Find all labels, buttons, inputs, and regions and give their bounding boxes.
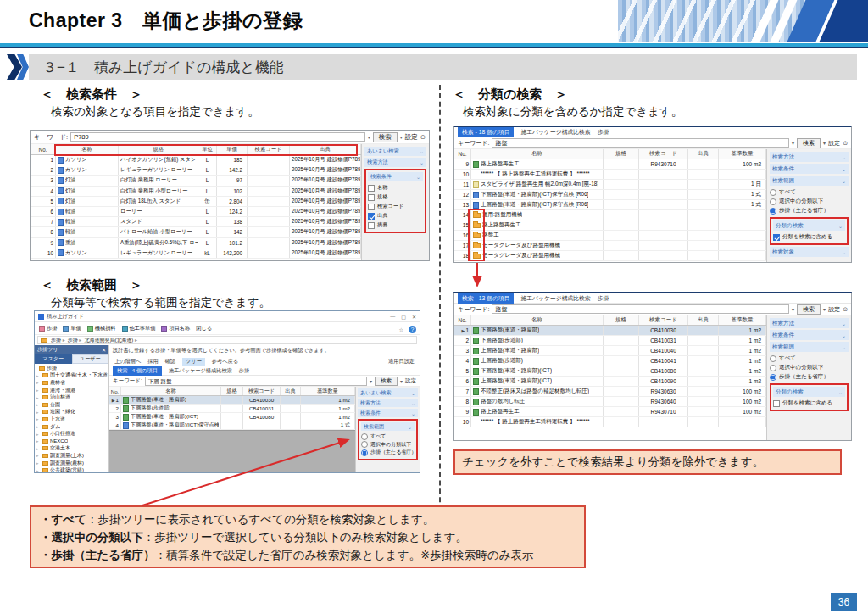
- table-row[interactable]: 18 モータグレーダ及び路盤用機械: [454, 251, 766, 261]
- checkbox[interactable]: [773, 400, 780, 407]
- search-button[interactable]: 検索: [375, 377, 398, 386]
- radio-button[interactable]: [361, 449, 368, 456]
- radio-item[interactable]: すべて: [361, 433, 415, 441]
- table-row[interactable]: 17 モータグレーダ及び路盤用機械: [454, 241, 766, 251]
- search-method-header[interactable]: 検索方法: [358, 399, 418, 407]
- tab[interactable]: 歩掛: [239, 367, 249, 375]
- breadcrumb-item[interactable]: 歩掛: [51, 337, 65, 344]
- breadcrumb-item[interactable]: 北海道開発局(北海道): [84, 337, 137, 344]
- settings-collapse-icon[interactable]: ⊙: [843, 140, 848, 147]
- tree-item[interactable]: 空港土木: [36, 445, 108, 453]
- table-row[interactable]: 10 ****** 【 路上路盤再生工賃料運転費 】 ******: [454, 170, 766, 180]
- radio-button[interactable]: [361, 433, 368, 440]
- table-row[interactable]: 8 軽油 パトロール給油 小型ローリー L 142 2025年10月号 建設物価…: [31, 227, 361, 237]
- checkbox[interactable]: [368, 185, 375, 192]
- column-header[interactable]: 単価: [217, 144, 248, 154]
- action-button[interactable]: ツリー: [182, 358, 205, 366]
- checkbox-item[interactable]: 名称: [368, 183, 423, 193]
- tree-item[interactable]: 上水道: [36, 416, 108, 423]
- toolbar-button[interactable]: 機械損料: [87, 325, 116, 332]
- table-row[interactable]: 4 灯油 白灯油 業務用 小型ローリー L 102 2025年10月号 建設物価…: [31, 187, 361, 197]
- table-row[interactable]: 14 運用:路盤用機械: [454, 210, 766, 220]
- toolbar-button[interactable]: 歩掛: [39, 325, 57, 332]
- column-header[interactable]: 出典: [281, 387, 301, 395]
- toolbar-button[interactable]: 閉じる: [196, 325, 212, 332]
- tab[interactable]: 歩掛: [598, 294, 609, 303]
- settings-button[interactable]: 設定: [828, 139, 840, 148]
- class-checkbox-item[interactable]: 分類を検索に含める: [773, 232, 845, 242]
- tab[interactable]: 施工パッケージ構成比検索: [520, 294, 590, 303]
- keyword-input[interactable]: 路盤: [492, 138, 789, 148]
- tab[interactable]: 施工パッケージ構成比検索: [169, 367, 232, 375]
- checkbox[interactable]: [368, 222, 375, 229]
- table-row[interactable]: 16 路盤工: [454, 231, 766, 241]
- table-row[interactable]: 6 上層路盤(車道・路肩部)(ICT) CB410090 1 m2: [454, 377, 766, 387]
- checkbox-item[interactable]: 検索コード: [368, 202, 423, 211]
- keyword-input[interactable]: 路盤: [492, 304, 789, 314]
- radio-item[interactable]: 選択中の分類以下: [770, 363, 849, 372]
- settings-collapse-icon[interactable]: ⊙: [420, 133, 426, 141]
- column-header[interactable]: 検索コード: [639, 315, 688, 325]
- column-header[interactable]: 検索コード: [243, 387, 281, 395]
- settings-button[interactable]: 設定: [405, 377, 416, 385]
- column-header[interactable]: 規格: [221, 387, 243, 395]
- tree-item[interactable]: 公共建築(営繕): [36, 466, 108, 472]
- toolbar-button[interactable]: 単価: [63, 325, 81, 332]
- table-row[interactable]: 2 下層路盤(歩道部) CB410031 1 m2: [109, 405, 355, 413]
- radio-button[interactable]: [770, 208, 776, 215]
- search-scope-header[interactable]: 検索範囲: [770, 176, 849, 186]
- tree-tab[interactable]: ユーザー: [72, 354, 109, 364]
- breadcrumb-item[interactable]: 歩掛: [68, 337, 82, 344]
- table-row[interactable]: 1 下層路盤(車道・路肩部) CB410030 1 m2: [109, 396, 355, 405]
- search-button[interactable]: 検索: [797, 304, 821, 315]
- table-row[interactable]: 9 路上路盤再生工 R9430710 100 m2: [454, 407, 766, 417]
- table-row[interactable]: 15 路上路盤再生工: [454, 220, 766, 231]
- tree-item[interactable]: 小口径推進: [36, 430, 108, 438]
- table-row[interactable]: 4 下層路盤(車道・路肩部)(ICT)保守点検 [R06] 1 式: [109, 421, 355, 430]
- search-scope-header[interactable]: 検索範囲: [361, 422, 415, 431]
- column-header[interactable]: 出典: [688, 149, 719, 159]
- tab[interactable]: 検索 - 18 個の項目: [458, 127, 514, 137]
- toolbar-button[interactable]: 他工事単価: [122, 325, 156, 332]
- action-button[interactable]: 参考へ戻る: [212, 358, 238, 366]
- tree-item[interactable]: 調査測量(土木): [36, 452, 108, 460]
- radio-button[interactable]: [770, 374, 776, 381]
- table-row[interactable]: 9 路上路盤再生工 R9430710 100 m2: [454, 159, 766, 170]
- keyword-input[interactable]: P789: [70, 132, 365, 142]
- radio-button[interactable]: [770, 355, 776, 362]
- column-header[interactable]: No.: [109, 387, 121, 395]
- column-header[interactable]: 検索コード: [248, 144, 290, 154]
- tab[interactable]: 検索 - 4 個の項目: [113, 366, 162, 376]
- search-scope-header[interactable]: 検索範囲: [770, 342, 849, 352]
- keyword-dropdown-icon[interactable]: ▾: [792, 306, 794, 312]
- checkbox-item[interactable]: 規格: [368, 193, 423, 202]
- action-button[interactable]: 採用: [147, 358, 158, 366]
- column-header[interactable]: 基準数量: [719, 149, 766, 159]
- column-header[interactable]: 名称: [471, 149, 604, 159]
- tree-item[interactable]: 公園: [36, 401, 108, 409]
- help-icon[interactable]: ?: [409, 326, 416, 333]
- column-header[interactable]: 検索コード: [639, 149, 688, 159]
- radio-item[interactable]: すべて: [770, 187, 849, 197]
- checkbox[interactable]: [368, 213, 375, 220]
- minimize-icon[interactable]: —: [390, 314, 395, 320]
- table-row[interactable]: 11 スタビライザ 路盤再生用 幅2.0m深0.4m [廃-18] 1 日: [454, 180, 766, 190]
- table-row[interactable]: 9 重油 A重油(陸上)硫黄分0.5%以下 ロー L 101.2 2025年10…: [31, 238, 361, 248]
- tree-item[interactable]: 造園・緑化: [36, 409, 108, 416]
- search-condition-header[interactable]: 検索条件: [358, 409, 418, 417]
- search-button[interactable]: 検索: [373, 132, 398, 142]
- column-header[interactable]: 規格: [604, 149, 639, 159]
- radio-button[interactable]: [770, 198, 776, 205]
- tree-item[interactable]: 調査測量(農林): [36, 460, 108, 467]
- settings-button[interactable]: 設定: [828, 305, 840, 314]
- table-row[interactable]: 7 軽油 スタンド L 138 2025年10月号 建設物価P789(札幌: [31, 217, 361, 227]
- tab[interactable]: 施工パッケージ構成比検索: [520, 128, 590, 137]
- column-header[interactable]: 名称: [121, 387, 221, 395]
- class-search-header[interactable]: 分類の検索: [773, 220, 845, 231]
- action-button[interactable]: 確認: [165, 358, 175, 366]
- radio-button[interactable]: [361, 441, 368, 448]
- table-row[interactable]: 6 軽油 ローリー L 124.2 2025年10月号 建設物価P789(札幌: [31, 207, 361, 217]
- class-search-header[interactable]: 分類の検索: [773, 387, 845, 397]
- settings-button[interactable]: 設定: [405, 133, 418, 142]
- radio-button[interactable]: [770, 365, 776, 371]
